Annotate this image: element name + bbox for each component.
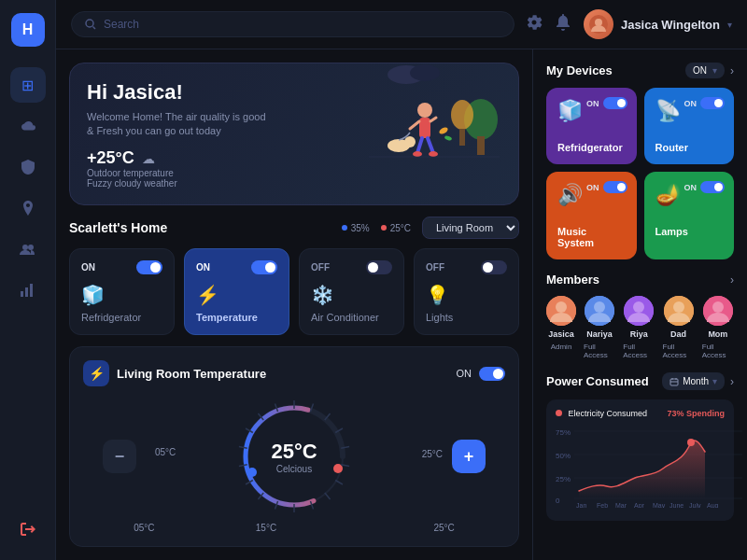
my-devices-title: My Devices xyxy=(546,63,613,77)
power-next-icon[interactable]: › xyxy=(730,375,734,388)
devices-next-icon[interactable]: › xyxy=(730,64,734,77)
big-toggle-switch-refrigerator[interactable] xyxy=(603,97,627,109)
svg-point-57 xyxy=(673,301,684,313)
room-select[interactable]: Living Room Bedroom Kitchen xyxy=(422,217,519,239)
temp-badge: 25°C xyxy=(381,223,411,233)
big-device-lamps[interactable]: ON 🪔 Lamps xyxy=(644,172,735,259)
big-devices-grid: ON 🧊 Refridgerator ON 📡 Router xyxy=(546,88,734,259)
members-section: Members › Jasica Admin xyxy=(546,273,734,359)
svg-text:Jan: Jan xyxy=(576,502,586,508)
svg-point-72 xyxy=(687,439,695,446)
big-toggle-switch-music[interactable] xyxy=(603,181,627,193)
ac-icon: ❄️ xyxy=(311,284,392,306)
svg-point-23 xyxy=(404,136,416,147)
main-content: Search Jasica Wingelton ▾ Hi Jasica! xyxy=(56,0,747,560)
device-card-refrigerator[interactable]: ON 🧊 Refridgerator xyxy=(69,248,175,335)
lights-toggle[interactable] xyxy=(481,260,507,274)
ac-toggle[interactable] xyxy=(366,260,392,274)
member-role-jasica: Admin xyxy=(551,343,572,351)
dot-blue xyxy=(342,225,347,231)
member-name-dad: Dad xyxy=(670,329,686,339)
month-select[interactable]: Month ▾ xyxy=(662,372,725,390)
temperature-toggle[interactable] xyxy=(251,260,277,274)
big-music-name: Music System xyxy=(557,226,626,248)
device-card-temperature[interactable]: ON ⚡ Temperature xyxy=(184,248,289,335)
temp-label-05: 05°C xyxy=(134,523,154,533)
member-avatar-mom xyxy=(703,296,733,326)
temp-label-25-right: 25°C xyxy=(433,523,454,533)
refrigerator-toggle[interactable] xyxy=(136,260,162,274)
temp-control-header: ⚡ Living Room Temperature ON xyxy=(83,360,505,386)
big-toggle-lamps[interactable]: ON xyxy=(684,181,726,193)
home-section: Scarlett's Home 35% 25°C Living Room B xyxy=(69,217,519,335)
device-card-ac[interactable]: OFF ❄️ Air Conditioner xyxy=(299,248,404,335)
big-toggle-switch-router[interactable] xyxy=(700,97,725,109)
device-card-lights[interactable]: OFF 💡 Lights xyxy=(414,248,519,335)
device-toggle-row-ac: OFF xyxy=(311,260,392,274)
sidebar-item-users[interactable] xyxy=(10,231,46,267)
svg-point-10 xyxy=(451,100,473,130)
svg-point-7 xyxy=(595,19,602,26)
big-device-router[interactable]: ON 📡 Router xyxy=(644,88,735,164)
devices-status-toggle[interactable]: ON ▾ xyxy=(685,63,725,78)
svg-point-30 xyxy=(247,468,257,477)
section-info: 35% 25°C Living Room Bedroom Kitchen xyxy=(342,217,519,239)
temp-control-toggle[interactable] xyxy=(479,367,505,381)
big-refrigerator-name: Refridgerator xyxy=(557,142,626,153)
svg-rect-15 xyxy=(419,118,430,138)
sidebar-item-location[interactable] xyxy=(10,190,46,226)
settings-icon[interactable] xyxy=(526,14,543,35)
svg-point-14 xyxy=(417,103,432,118)
logo[interactable]: H xyxy=(11,13,45,47)
svg-text:Mar: Mar xyxy=(615,502,627,508)
sidebar-item-chart[interactable] xyxy=(10,273,46,308)
member-mom[interactable]: Mom Full Access xyxy=(702,296,734,359)
svg-point-53 xyxy=(594,301,605,313)
svg-line-16 xyxy=(410,121,419,129)
logout-button[interactable] xyxy=(10,511,46,547)
big-device-music[interactable]: ON 🔊 Music System xyxy=(546,172,637,259)
big-toggle-router[interactable]: ON xyxy=(684,97,726,109)
device-toggle-row: ON xyxy=(81,260,162,274)
big-toggle-switch-lamps[interactable] xyxy=(700,181,725,193)
user-menu[interactable]: Jasica Wingelton ▾ xyxy=(584,9,732,39)
members-next-icon[interactable]: › xyxy=(730,273,734,287)
big-toggle-music[interactable]: ON xyxy=(586,181,627,193)
big-device-refrigerator[interactable]: ON 🧊 Refridgerator xyxy=(546,88,637,164)
member-dad[interactable]: Dad Full Access xyxy=(663,296,695,359)
sidebar: H ⊞ xyxy=(0,0,56,560)
sidebar-item-grid[interactable]: ⊞ xyxy=(10,67,46,103)
sidebar-item-shield[interactable] xyxy=(10,149,46,185)
cloud-icon: ☁ xyxy=(142,151,155,166)
member-name-mom: Mom xyxy=(708,329,727,339)
search-bar[interactable]: Search xyxy=(71,11,514,37)
chevron-down-icon: ▾ xyxy=(727,20,732,30)
power-header-right: Month ▾ › xyxy=(662,372,734,390)
temperature-dial[interactable]: // Can't use script here; we'll draw man… xyxy=(233,396,355,517)
svg-rect-11 xyxy=(459,129,465,146)
legend-dot xyxy=(556,410,562,416)
member-name-jasica: Jasica xyxy=(548,329,574,339)
svg-point-55 xyxy=(633,301,644,313)
welcome-illustration xyxy=(359,63,509,185)
temp-plus-button[interactable]: + xyxy=(452,440,486,473)
member-avatar-nariya xyxy=(585,296,614,326)
notification-icon[interactable] xyxy=(556,14,571,35)
legend-label: Electricity Consumed xyxy=(556,409,647,418)
temp-icon-badge: ⚡ xyxy=(83,360,109,386)
sidebar-item-cloud[interactable] xyxy=(10,108,46,144)
svg-rect-3 xyxy=(25,287,28,297)
big-toggle-refrigerator[interactable]: ON xyxy=(586,97,627,109)
svg-point-59 xyxy=(712,301,724,313)
big-router-name: Router xyxy=(655,142,724,153)
devices-dropdown-arrow: ▾ xyxy=(712,65,717,76)
member-nariya[interactable]: Nariya Full Access xyxy=(584,296,615,359)
power-chart: Electricity Consumed 73% Spending 75% 50… xyxy=(546,399,734,521)
member-jasica[interactable]: Jasica Admin xyxy=(546,296,576,359)
temp-minus-button[interactable]: − xyxy=(103,440,136,473)
search-input: Search xyxy=(104,18,139,31)
power-header: Power Consumed Month ▾ › xyxy=(546,372,734,390)
device-name-refrigerator: Refridgerator xyxy=(81,312,162,323)
device-toggle-row-temp: ON xyxy=(196,260,277,274)
member-riya[interactable]: Riya Full Access xyxy=(623,296,655,359)
